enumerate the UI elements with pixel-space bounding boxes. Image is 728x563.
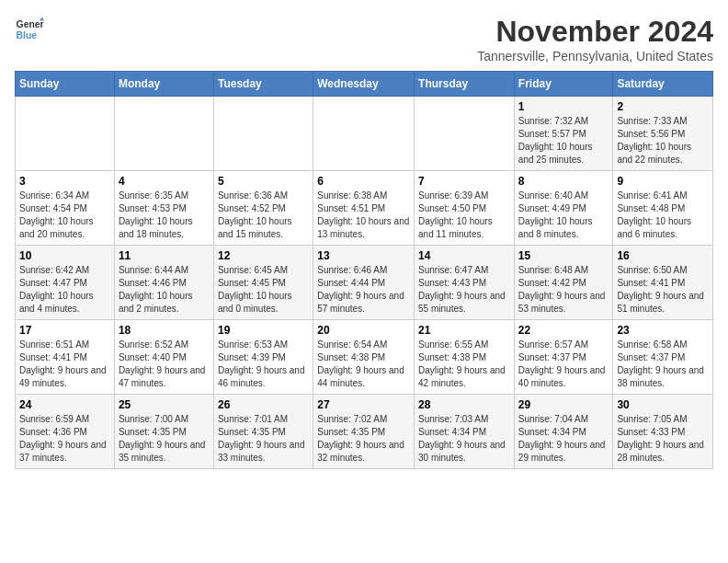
logo-icon: General Blue [15, 15, 44, 44]
calendar-cell: 8Sunrise: 6:40 AM Sunset: 4:49 PM Daylig… [514, 171, 613, 246]
calendar-cell: 14Sunrise: 6:47 AM Sunset: 4:43 PM Dayli… [415, 246, 515, 320]
day-number: 9 [617, 175, 709, 188]
calendar-cell: 20Sunrise: 6:54 AM Sunset: 4:38 PM Dayli… [313, 320, 415, 395]
calendar-cell: 16Sunrise: 6:50 AM Sunset: 4:41 PM Dayli… [613, 246, 713, 320]
svg-marker-2 [40, 17, 44, 20]
day-number: 10 [19, 249, 110, 262]
calendar-cell: 1Sunrise: 7:32 AM Sunset: 5:57 PM Daylig… [514, 97, 613, 171]
day-info: Sunrise: 6:39 AM Sunset: 4:50 PM Dayligh… [418, 190, 510, 241]
day-number: 16 [617, 249, 709, 262]
day-info: Sunrise: 6:35 AM Sunset: 4:53 PM Dayligh… [119, 190, 210, 241]
page-subtitle: Tannersville, Pennsylvania, United State… [477, 49, 713, 63]
day-info: Sunrise: 7:00 AM Sunset: 4:35 PM Dayligh… [119, 413, 210, 465]
day-info: Sunrise: 6:47 AM Sunset: 4:43 PM Dayligh… [418, 264, 510, 316]
calendar-cell: 24Sunrise: 6:59 AM Sunset: 4:36 PM Dayli… [16, 395, 115, 469]
calendar-cell: 7Sunrise: 6:39 AM Sunset: 4:50 PM Daylig… [415, 171, 515, 246]
day-number: 17 [19, 324, 110, 337]
day-info: Sunrise: 6:53 AM Sunset: 4:39 PM Dayligh… [218, 339, 309, 390]
day-info: Sunrise: 6:34 AM Sunset: 4:54 PM Dayligh… [19, 190, 110, 241]
calendar-cell [415, 97, 515, 171]
calendar-cell: 17Sunrise: 6:51 AM Sunset: 4:41 PM Dayli… [16, 320, 115, 395]
day-number: 8 [518, 175, 609, 188]
day-number: 1 [518, 100, 609, 113]
calendar-week-row: 24Sunrise: 6:59 AM Sunset: 4:36 PM Dayli… [16, 395, 713, 469]
day-number: 3 [19, 175, 110, 188]
day-info: Sunrise: 7:33 AM Sunset: 5:56 PM Dayligh… [617, 115, 709, 167]
svg-text:General: General [17, 19, 44, 29]
day-info: Sunrise: 6:55 AM Sunset: 4:38 PM Dayligh… [418, 339, 510, 390]
day-info: Sunrise: 7:32 AM Sunset: 5:57 PM Dayligh… [518, 115, 609, 167]
day-info: Sunrise: 6:46 AM Sunset: 4:44 PM Dayligh… [317, 264, 410, 316]
calendar-cell: 23Sunrise: 6:58 AM Sunset: 4:37 PM Dayli… [613, 320, 713, 395]
calendar-header-row: SundayMondayTuesdayWednesdayThursdayFrid… [16, 72, 713, 97]
calendar-cell: 10Sunrise: 6:42 AM Sunset: 4:47 PM Dayli… [16, 246, 115, 320]
calendar-week-row: 1Sunrise: 7:32 AM Sunset: 5:57 PM Daylig… [16, 97, 713, 171]
calendar-cell: 13Sunrise: 6:46 AM Sunset: 4:44 PM Dayli… [313, 246, 415, 320]
calendar-cell: 21Sunrise: 6:55 AM Sunset: 4:38 PM Dayli… [415, 320, 515, 395]
day-info: Sunrise: 7:01 AM Sunset: 4:35 PM Dayligh… [218, 413, 309, 465]
day-info: Sunrise: 6:50 AM Sunset: 4:41 PM Dayligh… [617, 264, 709, 316]
calendar-cell [213, 97, 313, 171]
day-number: 6 [317, 175, 410, 188]
day-number: 14 [418, 249, 510, 262]
day-number: 7 [418, 175, 510, 188]
day-number: 5 [218, 175, 309, 188]
calendar-cell: 5Sunrise: 6:36 AM Sunset: 4:52 PM Daylig… [213, 171, 313, 246]
day-info: Sunrise: 6:42 AM Sunset: 4:47 PM Dayligh… [19, 264, 110, 316]
day-number: 15 [518, 249, 609, 262]
calendar-cell: 4Sunrise: 6:35 AM Sunset: 4:53 PM Daylig… [114, 171, 213, 246]
calendar-cell: 28Sunrise: 7:03 AM Sunset: 4:34 PM Dayli… [415, 395, 515, 469]
calendar-cell: 29Sunrise: 7:04 AM Sunset: 4:34 PM Dayli… [514, 395, 613, 469]
day-info: Sunrise: 6:57 AM Sunset: 4:37 PM Dayligh… [518, 339, 609, 390]
day-number: 28 [418, 398, 510, 411]
calendar-cell [16, 97, 115, 171]
day-number: 25 [119, 398, 210, 411]
day-info: Sunrise: 7:05 AM Sunset: 4:33 PM Dayligh… [617, 413, 709, 465]
calendar-cell: 25Sunrise: 7:00 AM Sunset: 4:35 PM Dayli… [114, 395, 213, 469]
column-header-saturday: Saturday [613, 72, 713, 97]
calendar-cell: 11Sunrise: 6:44 AM Sunset: 4:46 PM Dayli… [114, 246, 213, 320]
calendar-cell: 9Sunrise: 6:41 AM Sunset: 4:48 PM Daylig… [613, 171, 713, 246]
column-header-monday: Monday [114, 72, 213, 97]
day-number: 22 [518, 324, 609, 337]
column-header-wednesday: Wednesday [313, 72, 415, 97]
day-number: 19 [218, 324, 309, 337]
column-header-friday: Friday [514, 72, 613, 97]
day-number: 2 [617, 100, 709, 113]
calendar-cell [313, 97, 415, 171]
calendar-cell: 3Sunrise: 6:34 AM Sunset: 4:54 PM Daylig… [16, 171, 115, 246]
svg-text:Blue: Blue [17, 30, 38, 40]
title-area: November 2024 Tannersville, Pennsylvania… [477, 15, 713, 63]
column-header-sunday: Sunday [16, 72, 115, 97]
page-title: November 2024 [477, 15, 713, 49]
calendar-body: 1Sunrise: 7:32 AM Sunset: 5:57 PM Daylig… [16, 97, 713, 469]
day-info: Sunrise: 6:44 AM Sunset: 4:46 PM Dayligh… [119, 264, 210, 316]
column-header-tuesday: Tuesday [213, 72, 313, 97]
calendar-cell: 15Sunrise: 6:48 AM Sunset: 4:42 PM Dayli… [514, 246, 613, 320]
day-info: Sunrise: 6:51 AM Sunset: 4:41 PM Dayligh… [19, 339, 110, 390]
day-info: Sunrise: 6:40 AM Sunset: 4:49 PM Dayligh… [518, 190, 609, 241]
day-number: 12 [218, 249, 309, 262]
day-info: Sunrise: 6:54 AM Sunset: 4:38 PM Dayligh… [317, 339, 410, 390]
day-info: Sunrise: 6:48 AM Sunset: 4:42 PM Dayligh… [518, 264, 609, 316]
day-info: Sunrise: 7:03 AM Sunset: 4:34 PM Dayligh… [418, 413, 510, 465]
day-info: Sunrise: 6:38 AM Sunset: 4:51 PM Dayligh… [317, 190, 410, 241]
header: General Blue November 2024 Tannersville,… [15, 15, 713, 63]
column-header-thursday: Thursday [415, 72, 515, 97]
day-number: 23 [617, 324, 709, 337]
day-info: Sunrise: 7:04 AM Sunset: 4:34 PM Dayligh… [518, 413, 609, 465]
day-number: 21 [418, 324, 510, 337]
calendar-cell [114, 97, 213, 171]
calendar-cell: 30Sunrise: 7:05 AM Sunset: 4:33 PM Dayli… [613, 395, 713, 469]
calendar-cell: 27Sunrise: 7:02 AM Sunset: 4:35 PM Dayli… [313, 395, 415, 469]
day-number: 30 [617, 398, 709, 411]
calendar-week-row: 3Sunrise: 6:34 AM Sunset: 4:54 PM Daylig… [16, 171, 713, 246]
calendar-cell: 18Sunrise: 6:52 AM Sunset: 4:40 PM Dayli… [114, 320, 213, 395]
calendar-cell: 19Sunrise: 6:53 AM Sunset: 4:39 PM Dayli… [213, 320, 313, 395]
calendar-cell: 26Sunrise: 7:01 AM Sunset: 4:35 PM Dayli… [213, 395, 313, 469]
day-info: Sunrise: 6:36 AM Sunset: 4:52 PM Dayligh… [218, 190, 309, 241]
calendar-week-row: 10Sunrise: 6:42 AM Sunset: 4:47 PM Dayli… [16, 246, 713, 320]
day-info: Sunrise: 6:52 AM Sunset: 4:40 PM Dayligh… [119, 339, 210, 390]
day-number: 24 [19, 398, 110, 411]
day-number: 18 [119, 324, 210, 337]
